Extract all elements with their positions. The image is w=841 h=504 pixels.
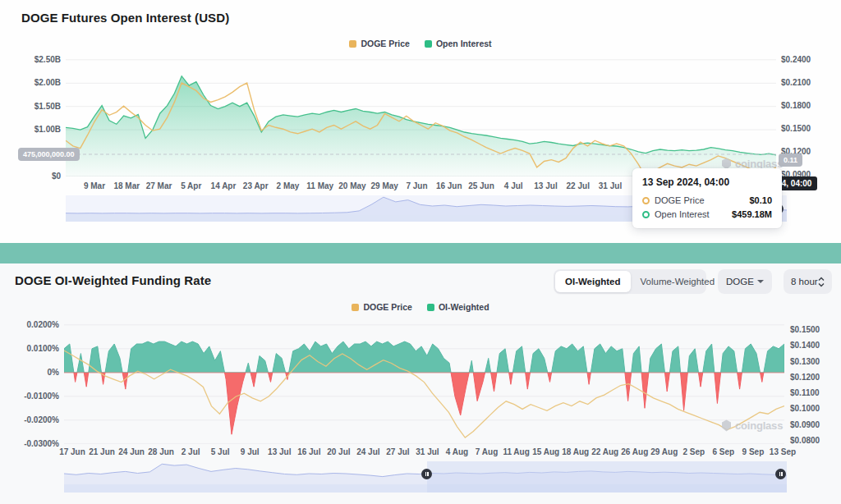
legend-label: DOGE Price: [361, 39, 410, 48]
coin-select-value: DOGE: [726, 277, 754, 286]
interval-select[interactable]: 8 hour: [784, 269, 832, 294]
axis-tick: 25 Jun: [462, 181, 501, 191]
tooltip-value: $0.10: [749, 195, 772, 205]
legend-item-oi-weighted[interactable]: OI-Weighted: [427, 302, 489, 312]
axis-tick: $0.2400: [781, 55, 811, 65]
legend-item-doge-price[interactable]: DOGE Price: [352, 302, 412, 312]
navigator-selected-range[interactable]: [427, 461, 787, 493]
funding-rate-chart[interactable]: [64, 322, 784, 444]
axis-tick: 13 Jul: [526, 181, 566, 191]
legend-label: OI-Weighted: [439, 302, 489, 312]
axis-tick: $0: [7, 172, 61, 181]
oi-weighted-tab[interactable]: OI-Weighted: [555, 271, 631, 292]
doge-price-swatch: [349, 40, 356, 48]
coinglass-doge-dashboard: DOGE Futures Open Interest (USD) DOGE Pr…: [0, 0, 841, 504]
open-interest-chart[interactable]: [66, 57, 776, 176]
axis-tick: 5 Apr: [172, 181, 211, 191]
axis-tick: $2.50B: [7, 55, 61, 65]
watermark-bottom: coinglass: [721, 419, 783, 432]
weighting-segmented-control: OI-Weighted Volume-Weighted: [554, 269, 706, 294]
tooltip-date: 13 Sep 2024, 04:00: [642, 176, 772, 188]
axis-tick: $1.50B: [7, 102, 61, 112]
axis-tick: 9 Mar: [75, 181, 114, 191]
watermark-text: coinglass: [735, 419, 783, 432]
coin-select[interactable]: DOGE: [718, 269, 772, 294]
coinglass-logo-icon: [721, 419, 732, 432]
interval-select-value: 8 hour: [791, 277, 818, 286]
open-interest-area: [66, 76, 776, 176]
axis-tick: 27 Mar: [140, 181, 179, 191]
tooltip-row-open-interest: Open Interest $459.18M: [642, 209, 772, 219]
axis-tick: 29 May: [365, 181, 404, 191]
axis-tick: 23 Apr: [236, 181, 275, 191]
axis-tick: 4 Jul: [494, 181, 533, 191]
axis-tick: 20 May: [333, 181, 372, 191]
oi-weighted-swatch: [427, 304, 434, 311]
open-interest-legend: DOGE Price Open Interest: [0, 39, 841, 48]
tooltip-label: Open Interest: [655, 209, 732, 219]
chevron-down-icon: [757, 280, 764, 283]
axis-tick: 14 Apr: [204, 181, 243, 191]
axis-tick: 16 Jun: [430, 181, 469, 191]
funding-rate-title: DOGE OI-Weighted Funding Rate: [15, 273, 211, 287]
open-interest-dot-icon: [642, 211, 650, 218]
legend-item-doge-price[interactable]: DOGE Price: [349, 39, 410, 48]
axis-tick: $1.00B: [7, 125, 61, 135]
tooltip-row-doge-price: DOGE Price $0.10: [642, 195, 772, 205]
doge-price-dot-icon: [642, 197, 650, 204]
tooltip-value: $459.18M: [732, 209, 772, 219]
price-current-value-badge: 0.11: [779, 153, 802, 167]
chart-tooltip: 13 Sep 2024, 04:00 DOGE Price $0.10 Open…: [632, 168, 782, 228]
axis-tick: 31 Jul: [591, 181, 630, 191]
legend-label: Open Interest: [436, 39, 492, 48]
axis-tick: 7 Jun: [398, 181, 437, 191]
axis-tick: $0.2100: [781, 78, 811, 88]
axis-tick: 11 May: [301, 181, 340, 191]
open-interest-title: DOGE Futures Open Interest (USD): [21, 11, 229, 25]
axis-tick: 22 Jul: [558, 181, 598, 191]
tooltip-label: DOGE Price: [655, 195, 749, 205]
oi-current-value-badge: 475,000,000.00: [18, 148, 80, 161]
axis-tick: $2.00B: [7, 78, 61, 88]
navigator-handle-bottom-left[interactable]: [421, 469, 432, 479]
section-divider: [0, 243, 841, 263]
legend-item-open-interest[interactable]: Open Interest: [425, 39, 492, 48]
sort-arrows-icon: [818, 277, 825, 287]
open-interest-swatch: [425, 40, 432, 48]
legend-label: DOGE Price: [363, 302, 412, 312]
axis-tick: $0.1800: [781, 101, 811, 111]
axis-tick: $0.1500: [781, 124, 811, 134]
funding-legend: DOGE Price OI-Weighted: [0, 302, 841, 312]
volume-weighted-tab[interactable]: Volume-Weighted: [631, 271, 725, 292]
doge-price-swatch: [352, 304, 359, 311]
axis-tick: 2 May: [269, 181, 308, 191]
navigator-handle-bottom-right[interactable]: [775, 469, 786, 479]
axis-tick: 18 Mar: [107, 181, 146, 191]
